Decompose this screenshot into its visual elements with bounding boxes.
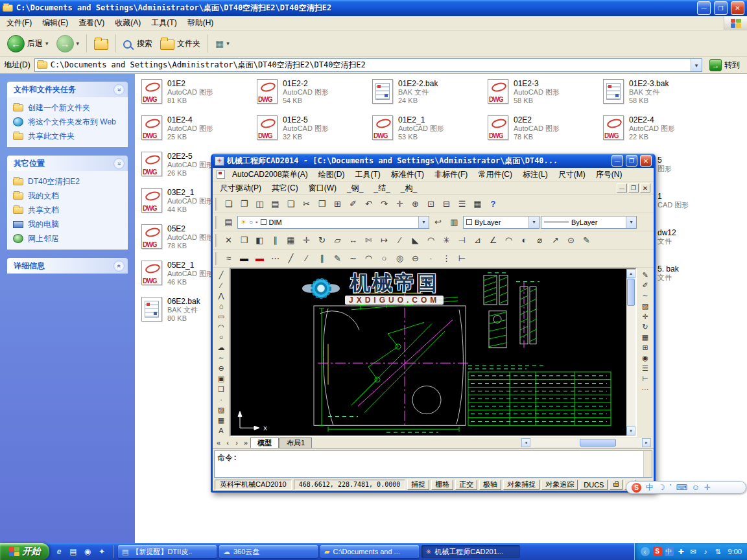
cad-minimize-button[interactable] bbox=[611, 155, 623, 167]
polygon-icon[interactable]: ⌂ bbox=[214, 301, 228, 311]
child-minimize-button[interactable] bbox=[617, 183, 627, 192]
dim-linear-icon[interactable]: ⊣ bbox=[455, 233, 469, 248]
offset-icon[interactable]: ∥ bbox=[268, 233, 283, 248]
point-icon[interactable]: ∙ bbox=[423, 251, 438, 266]
layer-on-icon[interactable] bbox=[241, 219, 246, 226]
file-item[interactable]: DWG02E2-4AutoCAD 图形22 KB bbox=[603, 114, 718, 150]
tray-collapse-icon[interactable] bbox=[641, 547, 650, 556]
status-toggle-ducs[interactable]: DUCS bbox=[580, 480, 608, 490]
explorer-menu-tools[interactable]: 工具(T) bbox=[146, 16, 182, 30]
color-select[interactable]: ByLayer bbox=[463, 216, 540, 229]
back-dropdown-icon[interactable] bbox=[45, 40, 49, 47]
zoom-window-icon[interactable]: ⊡ bbox=[423, 197, 438, 211]
zoom-previous-icon[interactable]: ⊟ bbox=[439, 197, 454, 211]
fillet-icon[interactable]: ◠ bbox=[423, 233, 438, 248]
dim-angular-icon[interactable]: ∠ bbox=[486, 233, 501, 248]
array-icon[interactable]: ▦ bbox=[283, 233, 298, 248]
forward-button[interactable] bbox=[53, 33, 83, 54]
cut-icon[interactable]: ✂ bbox=[299, 197, 314, 211]
dropdown-icon[interactable] bbox=[418, 216, 429, 228]
rectangle-icon[interactable]: ▭ bbox=[214, 311, 228, 321]
file-item[interactable]: DWG01E2_1AutoCAD 图形53 KB bbox=[372, 114, 488, 150]
scroll-down-icon[interactable] bbox=[626, 426, 635, 436]
toolbar-grip[interactable] bbox=[215, 234, 217, 247]
dim-diameter-icon[interactable]: ⌀ bbox=[532, 233, 547, 248]
layer-freeze-icon[interactable] bbox=[249, 219, 253, 226]
cad-menu-annotate[interactable]: 标注(L) bbox=[517, 168, 553, 181]
leader-icon[interactable]: ↗ bbox=[548, 233, 563, 248]
file-item[interactable]: DWG02E2AutoCAD 图形78 KB bbox=[488, 114, 603, 150]
dim-radius-icon[interactable]: ◐ bbox=[517, 233, 532, 248]
save-file-icon[interactable]: ◫ bbox=[252, 197, 267, 211]
file-item[interactable]: DWG01E2-2AutoCAD 图形54 KB bbox=[257, 78, 372, 114]
cad-menu-tools[interactable]: 工具(T) bbox=[350, 168, 385, 181]
plot-icon[interactable]: ▤ bbox=[268, 197, 283, 211]
drawing-canvas[interactable]: X 机械帝国 JXDIGUO.COM bbox=[231, 269, 626, 436]
layer-previous-icon[interactable] bbox=[431, 215, 445, 229]
taskbar-task[interactable]: ▤【新提醒】DTII皮.. bbox=[118, 545, 217, 558]
taskbar-task[interactable]: ☁360云盘 bbox=[219, 545, 318, 558]
fullwidth-icon[interactable]: ☽ bbox=[658, 484, 665, 491]
arc-icon[interactable]: ◠ bbox=[361, 251, 376, 266]
chevron-up-icon[interactable] bbox=[113, 158, 124, 169]
measure-tool-icon[interactable]: ⊢ bbox=[638, 373, 652, 384]
partial-file-item[interactable]: 5. bak文件 bbox=[658, 264, 679, 282]
go-button[interactable]: 转到 bbox=[706, 58, 743, 72]
file-item[interactable]: DWG01E2AutoCAD 图形81 KB bbox=[141, 78, 257, 114]
show-desktop-icon[interactable]: ▤ bbox=[67, 546, 79, 557]
status-toggle-osnap[interactable]: 对象捕捉 bbox=[503, 480, 540, 490]
views-button[interactable] bbox=[212, 36, 233, 51]
construction-line-icon[interactable]: ╱ bbox=[283, 251, 298, 266]
chevron-up-icon[interactable] bbox=[113, 84, 124, 95]
erase-icon[interactable]: ✕ bbox=[221, 233, 236, 248]
break-icon[interactable]: ∕ bbox=[392, 233, 407, 248]
make-block-icon[interactable]: ❑ bbox=[214, 384, 228, 394]
construction-line-icon[interactable]: ∕ bbox=[214, 280, 228, 290]
address-dropdown-icon[interactable] bbox=[691, 59, 702, 71]
punctuation-icon[interactable]: ’ bbox=[670, 484, 672, 491]
polyline-icon[interactable]: ⋀ bbox=[214, 290, 228, 301]
file-item[interactable]: DWG01E2-3AutoCAD 图形58 KB bbox=[488, 78, 603, 114]
network-status-icon[interactable]: ⇅ bbox=[713, 547, 723, 557]
chinese-mode-icon[interactable]: 中 bbox=[646, 484, 654, 491]
file-item[interactable]: 01E2-3.bakBAK 文件58 KB bbox=[603, 78, 718, 114]
circle-icon[interactable]: ○ bbox=[214, 332, 228, 342]
mtext-icon[interactable]: A bbox=[214, 425, 228, 436]
cad-menu-other[interactable]: 其它(C) bbox=[267, 181, 303, 195]
open-file-icon[interactable]: ❐ bbox=[237, 197, 252, 211]
child-close-button[interactable] bbox=[640, 183, 650, 192]
taskbar-task[interactable]: ▰C:\Documents and ... bbox=[320, 545, 419, 558]
sidebar-item[interactable]: 将这个文件夹发布到 Web bbox=[13, 117, 122, 126]
back-button[interactable]: 后退 bbox=[4, 33, 52, 54]
spline-icon[interactable]: ∼ bbox=[346, 251, 361, 266]
status-toggle-grid[interactable]: 栅格 bbox=[431, 480, 453, 490]
scroll-left-icon[interactable] bbox=[521, 438, 530, 447]
explorer-menu-view[interactable]: 查看(V) bbox=[73, 16, 110, 30]
linetype-dashed-icon[interactable]: ⋯ bbox=[268, 251, 283, 266]
undo-icon[interactable]: ↶ bbox=[361, 197, 376, 211]
zoom-realtime-icon[interactable]: ⊕ bbox=[408, 197, 423, 211]
sidebar-panel-header-file-tasks[interactable]: 文件和文件夹任务 bbox=[7, 82, 128, 97]
toolbar-grip[interactable] bbox=[215, 252, 217, 265]
grid-icon[interactable]: ⊞ bbox=[638, 342, 652, 353]
layer-select[interactable]: DIM bbox=[237, 216, 429, 229]
copy-object-icon[interactable]: ❒ bbox=[237, 233, 252, 248]
circle-icon[interactable]: ○ bbox=[377, 251, 392, 266]
explorer-menu-favorites[interactable]: 收藏(A) bbox=[110, 16, 146, 30]
lock-button[interactable] bbox=[610, 480, 622, 490]
cad-menu-common-parts[interactable]: 常用件(C) bbox=[473, 168, 517, 181]
folders-button[interactable]: 文件夹 bbox=[157, 35, 204, 52]
dropdown-icon[interactable] bbox=[626, 216, 636, 228]
extend-icon[interactable]: ↦ bbox=[377, 233, 392, 248]
hatch-edit-icon[interactable]: ▨ bbox=[638, 301, 652, 311]
crosshair-icon[interactable]: ✛ bbox=[638, 311, 652, 321]
cad-menu-autocad-menu[interactable]: AutoCAD2008菜单(A) bbox=[227, 168, 313, 181]
vertical-scrollbar[interactable] bbox=[626, 269, 635, 436]
polyline-style-icon[interactable]: ≈ bbox=[221, 251, 236, 266]
cad-menu-gou[interactable]: _构_ bbox=[396, 181, 422, 195]
scroll-track[interactable] bbox=[626, 278, 635, 426]
sidebar-item[interactable]: DT40空清扫E2 bbox=[13, 177, 122, 186]
sketch-icon[interactable]: ✎ bbox=[330, 251, 345, 266]
chamfer-icon[interactable]: ◣ bbox=[408, 233, 423, 248]
scroll-track[interactable] bbox=[530, 438, 642, 447]
